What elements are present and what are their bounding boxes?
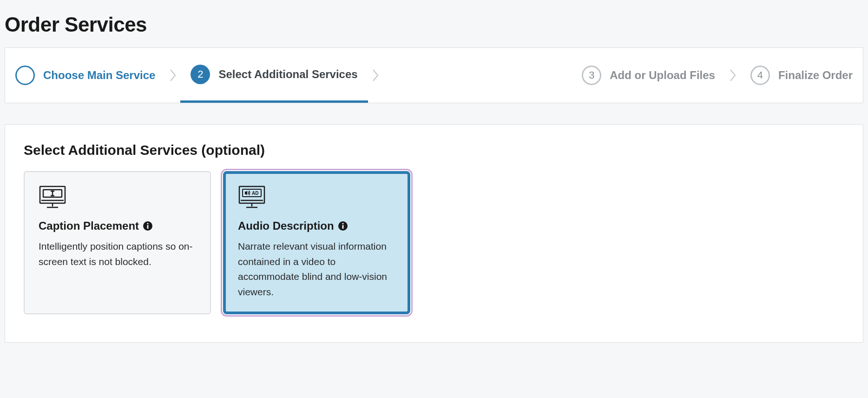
page-title: Order Services [5, 13, 863, 36]
step-circle-4: 4 [750, 66, 770, 85]
card-title: Caption Placement [39, 219, 139, 232]
step-circle-2: 2 [191, 65, 210, 84]
step-label-3: Add or Upload Files [610, 69, 715, 82]
card-title: Audio Description [238, 219, 334, 232]
svg-text:AD: AD [252, 191, 258, 196]
svg-rect-18 [342, 225, 343, 229]
info-icon[interactable] [143, 221, 153, 231]
step-label-1: Choose Main Service [43, 69, 155, 82]
svg-rect-9 [147, 225, 149, 229]
step-choose-main-service[interactable]: Choose Main Service [5, 48, 165, 103]
audio-description-icon: AD [238, 185, 395, 209]
card-caption-placement[interactable]: Caption Placement Intelligently position… [24, 171, 211, 314]
section-title: Select Additional Services (optional) [24, 142, 844, 158]
svg-point-10 [147, 223, 148, 224]
chevron-right-icon [725, 48, 740, 103]
content-panel: Select Additional Services (optional) [5, 124, 863, 343]
step-finalize-order[interactable]: 4 Finalize Order [740, 48, 863, 103]
step-label-2: Select Additional Services [218, 68, 357, 81]
card-description: Narrate relevant visual information cont… [238, 239, 395, 299]
svg-point-19 [342, 223, 343, 224]
step-circle-3: 3 [582, 66, 601, 85]
service-cards: Caption Placement Intelligently position… [24, 171, 844, 314]
step-label-4: Finalize Order [778, 69, 853, 82]
chevron-right-icon [368, 48, 383, 103]
info-icon[interactable] [338, 221, 348, 231]
step-circle-1 [15, 66, 35, 85]
step-add-or-upload-files[interactable]: 3 Add or Upload Files [572, 48, 725, 103]
order-stepper: Choose Main Service 2 Select Additional … [5, 47, 863, 103]
card-audio-description[interactable]: AD Audio Description Narrate relevant vi… [223, 171, 410, 314]
step-select-additional-services[interactable]: 2 Select Additional Services [180, 48, 368, 103]
card-description: Intelligently position captions so on-sc… [39, 239, 196, 269]
chevron-right-icon [165, 48, 180, 103]
caption-placement-icon [39, 185, 196, 209]
